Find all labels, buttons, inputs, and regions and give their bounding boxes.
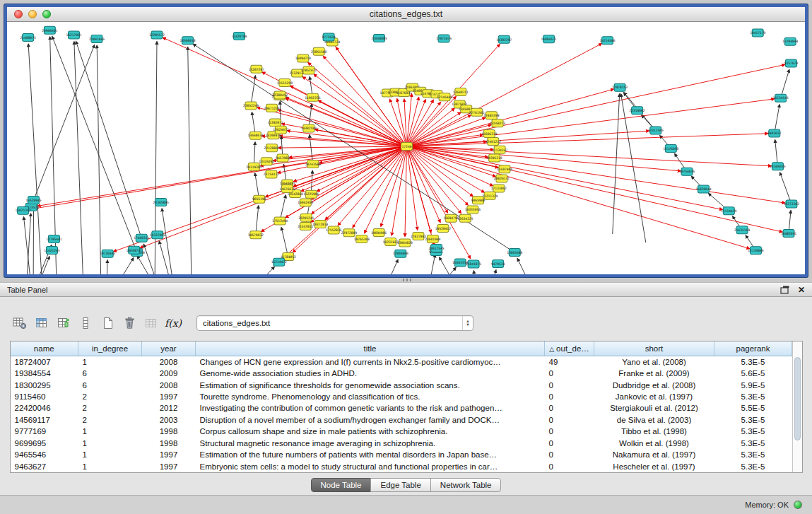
graph-node[interactable]: 21533911 bbox=[298, 223, 313, 230]
graph-node[interactable]: 18560618 bbox=[180, 37, 195, 45]
graph-node[interactable]: 12795441 bbox=[46, 235, 61, 243]
graph-node[interactable]: 20826131 bbox=[494, 175, 510, 182]
graph-node[interactable]: 13668674 bbox=[247, 132, 263, 139]
graph-node[interactable]: 12634225 bbox=[457, 214, 473, 222]
column-header-pagerank[interactable]: pagerank bbox=[714, 341, 792, 356]
graph-node[interactable]: 22128867 bbox=[264, 144, 279, 152]
graph-node[interactable]: 17240 bbox=[401, 143, 412, 151]
graph-node[interactable]: 15820644 bbox=[695, 185, 711, 193]
zoom-window-button[interactable] bbox=[42, 10, 51, 18]
graph-node[interactable]: 13064829 bbox=[397, 239, 413, 247]
graph-node[interactable]: 9773634 bbox=[322, 33, 336, 41]
graph-node[interactable]: 11428786 bbox=[231, 33, 247, 40]
table-row[interactable]: 911546021997Tourette syndrome. Phenomeno… bbox=[11, 391, 792, 402]
graph-node[interactable]: 16984571 bbox=[541, 35, 557, 43]
table-row[interactable]: 969969511998Structural magnetic resonanc… bbox=[11, 438, 792, 449]
graph-node[interactable]: 11134347 bbox=[492, 146, 507, 153]
column-header-out-degree[interactable]: △out_de… bbox=[545, 341, 594, 356]
graph-node[interactable]: 20960491 bbox=[42, 26, 57, 34]
graph-node[interactable]: 10231683 bbox=[383, 238, 399, 246]
graph-node[interactable]: 9479534 bbox=[491, 260, 505, 268]
table-row[interactable]: 946554611997Estimation of the future num… bbox=[11, 449, 792, 460]
graph-node[interactable]: 22972009 bbox=[341, 229, 357, 237]
column-header-in-degree[interactable]: in_degree bbox=[78, 341, 142, 356]
show-columns-button[interactable] bbox=[32, 314, 52, 332]
graph-node[interactable]: 13624472 bbox=[273, 126, 288, 134]
graph-node[interactable]: 21658885 bbox=[371, 35, 387, 42]
graph-node[interactable]: 16482691 bbox=[781, 230, 796, 238]
table-row[interactable]: 1938455462009Genome-wide association stu… bbox=[11, 368, 792, 379]
graph-node[interactable]: 11515299 bbox=[277, 79, 293, 87]
graph-node[interactable]: 16942455 bbox=[298, 199, 313, 206]
graph-node[interactable]: 17513494 bbox=[272, 217, 288, 225]
scrollbar-thumb[interactable] bbox=[794, 357, 801, 440]
graph-node[interactable]: 10417179 bbox=[750, 29, 765, 37]
graph-node[interactable]: 12135840 bbox=[748, 247, 763, 255]
graph-node[interactable]: 17552836 bbox=[326, 226, 341, 234]
graph-node[interactable]: 11392071 bbox=[267, 119, 283, 127]
import-table-button[interactable] bbox=[141, 314, 161, 332]
network-canvas[interactable]: 1724014775050133067431187693121863066234… bbox=[7, 22, 805, 274]
graph-node[interactable]: 13065588 bbox=[507, 249, 522, 257]
graph-node[interactable]: 21635169 bbox=[734, 226, 750, 234]
graph-node[interactable]: 15021392 bbox=[16, 206, 31, 214]
graph-node[interactable]: 15841875 bbox=[466, 260, 481, 268]
graph-node[interactable]: 14214586 bbox=[599, 37, 615, 45]
graph-node[interactable]: 10243586 bbox=[305, 160, 321, 168]
graph-node[interactable]: 12145449 bbox=[437, 93, 452, 101]
minimize-window-button[interactable] bbox=[28, 10, 37, 18]
column-header-title[interactable]: title bbox=[196, 341, 545, 356]
graph-node[interactable]: 12978153 bbox=[612, 83, 628, 91]
table-row[interactable]: 1456911722003Disruption of a novel membe… bbox=[11, 414, 792, 426]
graph-node[interactable]: 16094719 bbox=[295, 54, 311, 62]
graph-node[interactable]: 12295572 bbox=[149, 31, 165, 39]
graph-node[interactable]: 17460311 bbox=[134, 234, 149, 242]
function-builder-button[interactable]: f(x) bbox=[163, 314, 183, 332]
graph-node[interactable]: 13558273 bbox=[490, 119, 505, 127]
graph-node[interactable]: 14382599 bbox=[301, 124, 317, 132]
table-row[interactable]: 946362711997Embryonic stem cells: a mode… bbox=[11, 460, 792, 472]
graph-node[interactable]: 20617545 bbox=[428, 244, 444, 252]
table-row[interactable]: 977716911998Corpus callosum shape and si… bbox=[11, 426, 792, 437]
tab-edge-table[interactable]: Edge Table bbox=[370, 478, 430, 492]
table-row[interactable]: 2242004622012Investigating the contribut… bbox=[11, 402, 792, 414]
graph-node[interactable]: 18049757 bbox=[126, 246, 142, 254]
graph-node[interactable]: 9483657 bbox=[767, 129, 782, 137]
graph-node[interactable]: 16663334 bbox=[452, 259, 468, 267]
graph-node[interactable]: 9357670 bbox=[784, 59, 799, 67]
graph-node[interactable]: 19520412 bbox=[435, 225, 451, 233]
citation-network-graph[interactable]: 1724014775050133067431187693121863066234… bbox=[7, 22, 805, 274]
graph-node[interactable]: 22319002 bbox=[630, 107, 645, 115]
graph-node[interactable]: 13207297 bbox=[249, 65, 264, 73]
tab-node-table[interactable]: Node Table bbox=[311, 478, 372, 492]
graph-node[interactable]: 15507404 bbox=[497, 165, 512, 173]
graph-node[interactable]: 10395310 bbox=[487, 154, 502, 162]
float-panel-icon[interactable] bbox=[780, 286, 789, 294]
graph-node[interactable]: 14337085 bbox=[150, 231, 165, 239]
graph-node[interactable]: 11421245 bbox=[44, 247, 59, 255]
graph-node[interactable]: 19694906 bbox=[371, 229, 387, 237]
tab-network-table[interactable]: Network Table bbox=[430, 478, 502, 492]
column-header-name[interactable]: name bbox=[11, 341, 78, 356]
graph-node[interactable]: 19372814 bbox=[312, 220, 328, 228]
graph-node[interactable]: 14302297 bbox=[496, 35, 512, 43]
graph-node[interactable]: 16534545 bbox=[773, 94, 789, 102]
graph-node[interactable]: 20671220 bbox=[264, 104, 279, 112]
graph-node[interactable]: 14676675 bbox=[279, 185, 295, 192]
table-row[interactable]: 1830029562008Estimation of significance … bbox=[11, 379, 792, 390]
graph-node[interactable]: 23052249 bbox=[243, 102, 259, 110]
graph-node[interactable]: 11992236 bbox=[305, 93, 320, 101]
network-window-titlebar[interactable]: citations_edges.txt bbox=[7, 7, 805, 22]
graph-node[interactable]: 10754636 bbox=[679, 168, 695, 175]
graph-node[interactable]: 12461212 bbox=[486, 137, 501, 145]
vertical-scrollbar[interactable] bbox=[792, 341, 802, 472]
network-window[interactable]: citations_edges.txt 17240147750501330674… bbox=[4, 4, 808, 277]
graph-node[interactable]: 13649751 bbox=[453, 88, 469, 95]
graph-node[interactable]: 17852471 bbox=[301, 66, 317, 74]
graph-node[interactable]: 14528945 bbox=[25, 197, 41, 204]
column-header-year[interactable]: year bbox=[142, 341, 196, 356]
graph-node[interactable]: 19765369 bbox=[354, 235, 370, 243]
close-window-button[interactable] bbox=[14, 10, 23, 18]
graph-node[interactable]: 17133062 bbox=[491, 185, 507, 192]
graph-node[interactable]: 16333056 bbox=[465, 206, 481, 214]
